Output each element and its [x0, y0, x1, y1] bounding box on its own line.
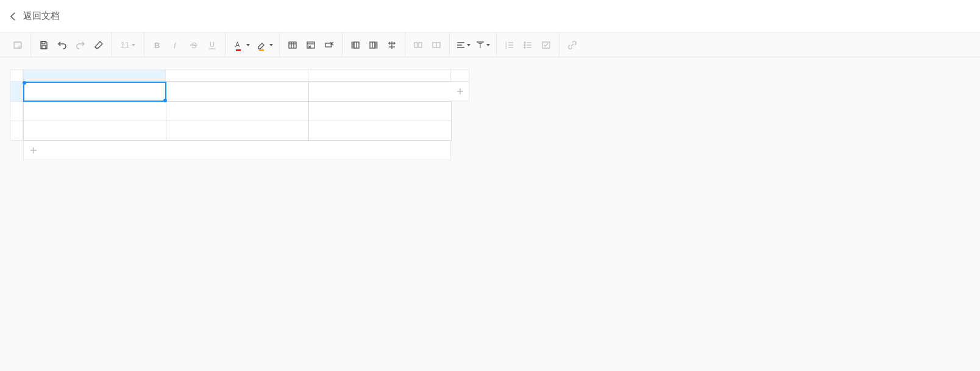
svg-rect-11 [289, 42, 296, 48]
distribute-icon [387, 40, 397, 50]
svg-rect-26 [370, 42, 375, 48]
svg-rect-22 [352, 42, 354, 48]
cell-a1[interactable] [24, 82, 166, 102]
font-color-button[interactable]: A [229, 36, 252, 54]
table-delete-icon [306, 40, 316, 50]
checklist-icon [541, 40, 551, 50]
italic-button[interactable]: I [166, 36, 185, 54]
save-button[interactable] [35, 36, 53, 54]
bold-button[interactable]: B [148, 36, 166, 54]
strikethrough-icon: S [189, 40, 199, 50]
back-button[interactable]: 返回文档 [10, 10, 60, 22]
col-header-c[interactable] [308, 69, 451, 82]
insert-table-button[interactable] [283, 36, 302, 54]
font-color-underline [236, 49, 241, 51]
header-bar: 返回文档 [0, 0, 980, 33]
table-row [24, 82, 452, 102]
svg-point-49 [524, 42, 525, 43]
svg-rect-32 [419, 43, 422, 48]
table-body [23, 82, 452, 141]
highlight-underline [259, 49, 264, 51]
bold-icon: B [152, 40, 162, 50]
toolbar-group-insert-rowcol [343, 33, 405, 57]
font-size-select[interactable]: 11 [116, 36, 140, 54]
cell-c2[interactable] [309, 102, 452, 121]
add-column-button[interactable] [451, 82, 469, 101]
select-all-cell[interactable] [10, 69, 23, 82]
svg-rect-52 [542, 42, 550, 48]
strikethrough-button[interactable]: S [185, 36, 203, 54]
delete-table-button[interactable] [302, 36, 320, 54]
delete-row-col-button[interactable] [320, 36, 338, 54]
highlight-swatch [255, 36, 268, 54]
cell-b2[interactable] [166, 102, 309, 121]
row-header-3[interactable] [10, 121, 23, 141]
svg-rect-33 [433, 43, 440, 48]
col-header-a[interactable] [23, 69, 166, 82]
app-icon [9, 36, 27, 54]
cell-b1[interactable] [166, 82, 309, 102]
svg-rect-2 [42, 41, 45, 44]
undo-button[interactable] [53, 36, 71, 54]
cell-a3[interactable] [24, 121, 166, 141]
add-row-button[interactable] [23, 141, 451, 160]
redo-button[interactable] [71, 36, 90, 54]
row-header-1[interactable] [10, 82, 23, 102]
checklist-button[interactable] [537, 36, 555, 54]
svg-line-17 [308, 46, 311, 48]
table-sheet [10, 69, 469, 141]
clear-format-button[interactable] [90, 36, 108, 54]
svg-rect-23 [354, 42, 359, 48]
caret-down-icon [467, 44, 470, 46]
svg-line-18 [308, 46, 311, 48]
underline-button[interactable]: U [203, 36, 221, 54]
svg-text:I: I [174, 41, 176, 50]
cell-c1[interactable] [309, 82, 452, 102]
svg-text:A: A [235, 41, 240, 48]
row-header-2[interactable] [10, 102, 23, 121]
row-header-3-wrap [10, 121, 23, 141]
unordered-list-button[interactable] [519, 36, 537, 54]
highlight-icon [257, 40, 266, 50]
svg-text:S: S [191, 41, 197, 50]
toolbar-group-align: T [450, 33, 497, 57]
insert-right-button[interactable] [364, 36, 383, 54]
highlight-color-button[interactable] [252, 36, 275, 54]
merge-cells-button[interactable] [409, 36, 427, 54]
redo-icon [76, 40, 85, 50]
split-cells-button[interactable] [427, 36, 446, 54]
distribute-button[interactable] [383, 36, 401, 54]
svg-rect-19 [325, 43, 332, 47]
insert-left-button[interactable] [346, 36, 364, 54]
split-icon [431, 40, 441, 50]
col-header-b[interactable] [166, 69, 308, 82]
svg-text:3: 3 [505, 46, 507, 49]
cell-b3[interactable] [166, 121, 309, 141]
h-align-button[interactable] [453, 36, 473, 54]
cell-c3[interactable] [309, 121, 452, 141]
data-table [23, 82, 452, 141]
svg-point-51 [524, 47, 525, 48]
editor-canvas[interactable] [0, 57, 980, 371]
cell-a2[interactable] [24, 102, 166, 121]
link-button[interactable] [563, 36, 581, 54]
table-row [24, 102, 452, 121]
toolbar-group-file-undo [31, 33, 112, 57]
table-row [24, 121, 452, 141]
table-icon [288, 40, 297, 50]
v-align-button[interactable]: T [473, 36, 492, 54]
svg-text:T: T [478, 43, 482, 49]
undo-icon [57, 40, 67, 50]
toolbar-group-merge [405, 33, 450, 57]
italic-icon: I [171, 40, 180, 50]
back-label: 返回文档 [23, 10, 60, 22]
svg-point-50 [524, 44, 525, 46]
row-1 [10, 82, 469, 141]
toolbar-group-table-insert [280, 33, 343, 57]
svg-text:U: U [210, 41, 215, 48]
toolbar-group-link [559, 33, 585, 57]
col-header-extra[interactable] [451, 69, 469, 82]
font-color-icon: A [233, 40, 243, 50]
toolbar-group-history [5, 33, 31, 57]
ordered-list-button[interactable]: 123 [500, 36, 519, 54]
